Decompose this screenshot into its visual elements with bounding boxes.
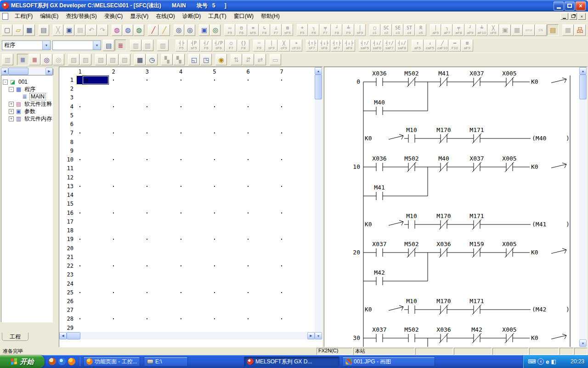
find-instruction-button[interactable]: ◍ — [123, 24, 133, 36]
verify-with-plc-button[interactable]: ▧ — [119, 54, 130, 65]
device-label-button[interactable]: ▥ — [130, 40, 141, 51]
quick-launch-app-icon[interactable] — [49, 358, 56, 365]
sfc-sorted-display-button[interactable]: ≣ — [29, 54, 40, 65]
menu-item-4[interactable]: 变换(C) — [101, 11, 127, 22]
sfc-key-c2-button[interactable]: SCc2 — [381, 24, 392, 36]
collapse-tray-icon[interactable]: ‹ — [537, 358, 544, 365]
ladder-key-saF5-button[interactable]: ┤↑/saF5 — [359, 40, 371, 52]
find-step-button[interactable]: ◎ — [41, 54, 52, 65]
print-button[interactable]: ▤ — [39, 24, 49, 36]
sfc-key-F6-button[interactable]: ⊟F6 — [236, 24, 247, 36]
open-block-window-button[interactable]: ◳ — [200, 54, 212, 65]
ladder-vertical-scrollbar[interactable]: ▲▼ — [579, 67, 587, 347]
ladder-key-cF10-button[interactable]: ∗cF10 — [290, 40, 302, 52]
sfc-key-c1-button[interactable]: ▢c1 — [369, 24, 380, 36]
menu-item-9[interactable]: 窗口(W) — [230, 11, 257, 22]
zoom-area-button[interactable]: ◎ — [185, 24, 195, 36]
ladder-key-caF10-button[interactable]: ╱caF10 — [436, 40, 448, 52]
scrollbar-thumb[interactable] — [315, 75, 322, 99]
expand-icon[interactable]: + — [9, 116, 14, 121]
menu-item-5[interactable]: 显示(V) — [126, 11, 152, 22]
step-no-display-button[interactable]: S⇅ — [535, 24, 547, 36]
all-block-display-button[interactable]: ▦ — [562, 24, 574, 36]
sfc-key-sF5-button[interactable]: ⊠sF5 — [282, 24, 293, 36]
ladder-zoom-panel[interactable]: 0X036M502M41X037X005K0M40K0M10M170M171(M… — [324, 67, 587, 347]
collapse-icon[interactable]: - — [9, 87, 14, 92]
sfc-key-aF7-button[interactable]: ┐aF7 — [441, 24, 452, 36]
ladder-key-F6-button[interactable]: ┤/F6 — [200, 40, 212, 52]
sfc-key-F7-button[interactable]: ╤F7 — [320, 24, 331, 36]
ladder-key-saF8-button[interactable]: ┤⇓/saF8 — [396, 40, 408, 52]
ladder-key-caF5-button[interactable]: ↓caF5 — [424, 40, 436, 52]
collapse-icon[interactable]: - — [3, 80, 8, 85]
open-zoom-window-button[interactable]: ◱ — [188, 54, 200, 65]
expand-icon[interactable]: + — [9, 102, 14, 107]
ladder-key-saF6-button[interactable]: ┤↓/saF6 — [371, 40, 383, 52]
display-screen-button[interactable]: ▭ — [270, 54, 281, 65]
scrollbar-thumb[interactable] — [8, 68, 28, 75]
save-project-button[interactable]: ▦ — [24, 24, 34, 36]
sfc-key-F6-button[interactable]: ┐F6 — [308, 24, 319, 36]
taskbar-button-3[interactable]: MELSOFT系列 GX D... — [244, 356, 339, 367]
zoom-in-button[interactable]: ◎ — [174, 24, 184, 36]
display-change-button[interactable]: ▣ — [199, 24, 209, 36]
menu-item-3[interactable]: 查找/替换(S) — [62, 11, 100, 22]
sfc-key-c5-button[interactable]: Rc5 — [415, 24, 426, 36]
minimize-button[interactable] — [554, 1, 564, 11]
scroll-down-arrow[interactable]: ▼ — [579, 339, 587, 347]
scrollbar-thumb[interactable] — [67, 332, 80, 339]
sfc-key-aF5-button[interactable]: │aF5 — [430, 24, 441, 36]
tree-item-MAIN[interactable]: ≣MAIN — [1, 93, 52, 100]
block-parameter-button[interactable]: ▦ — [134, 54, 146, 65]
firefox-icon[interactable] — [68, 358, 75, 365]
sfc-key-aF10-button[interactable]: ╧aF10 — [476, 24, 487, 36]
sfc-key-sF9-button[interactable]: │sF9 — [355, 24, 366, 36]
tree-item-软元件内存[interactable]: +▥软元件内存 — [1, 115, 52, 122]
taskbar-button-2[interactable]: E:\ — [144, 356, 188, 367]
forced-io-button[interactable]: ⇵ — [243, 54, 254, 65]
scroll-right-arrow[interactable]: ▶ — [307, 332, 315, 339]
sfc-key-aF8-button[interactable]: ╤aF8 — [453, 24, 464, 36]
menu-item-7[interactable]: 诊断(D) — [179, 11, 205, 22]
scroll-up-arrow[interactable]: ▲ — [315, 67, 322, 75]
find-device-button[interactable]: ◍ — [112, 24, 122, 36]
tab-project[interactable]: 工程 — [2, 333, 28, 341]
ladder-key-F5-button[interactable]: ┤├F5 — [175, 40, 187, 52]
block-list-display-button[interactable]: ▤ — [547, 24, 559, 36]
statement-display-button[interactable]: ▦ — [511, 24, 523, 36]
find-contact-coil-button[interactable]: ◍ — [134, 24, 144, 36]
ladder-key-F7-button[interactable]: ◯F7 — [225, 40, 237, 52]
scroll-up-arrow[interactable]: ▲ — [579, 67, 587, 75]
taskbar-button-4[interactable]: 001.JPG - 画图 — [342, 356, 435, 367]
volume-tray-icon[interactable]: ◧ — [551, 359, 556, 364]
sfc-key-F9-button[interactable]: ╧F9 — [343, 24, 354, 36]
read-from-plc-button[interactable]: ▧ — [107, 54, 119, 65]
new-project-button[interactable]: ▢ — [2, 24, 12, 36]
ladder-key-aF8-button[interactable]: ┤⇓├aF8 — [343, 40, 355, 52]
data-name-combo[interactable]: ▼ — [52, 40, 101, 50]
sfc-diagram-display-button[interactable]: 品 — [574, 24, 586, 36]
comment-display-button[interactable]: ▣ — [499, 24, 511, 36]
sfc-horizontal-scrollbar[interactable]: ◀▶ — [59, 332, 315, 339]
sfc-key-c4-button[interactable]: STc4 — [404, 24, 415, 36]
sfc-key-F8-button[interactable]: ┘F8 — [331, 24, 342, 36]
sfc-key-sF6-button[interactable]: ≡sF6 — [248, 24, 259, 36]
error-jump-button[interactable]: error — [523, 24, 535, 36]
data-type-combo[interactable]: 程序 ▼ — [2, 40, 51, 50]
sfc-tree-display-button[interactable]: ≣ — [115, 40, 126, 51]
write-mode-button[interactable]: ╱ — [148, 24, 158, 36]
scrollbar-thumb[interactable] — [579, 75, 587, 99]
ime-tray-icon[interactable]: e — [546, 359, 549, 365]
ladder-key-sF8-button[interactable]: ┤↓├sF8 — [318, 40, 330, 52]
menu-item-2[interactable]: 编辑(E) — [36, 11, 62, 22]
tree-horizontal-scrollbar[interactable]: ◀▶ — [1, 68, 53, 75]
sfc-vertical-scrollbar[interactable]: ▲▼ — [315, 67, 322, 339]
scroll-left-arrow[interactable]: ◀ — [59, 332, 67, 339]
menu-item-8[interactable]: 工具(T) — [204, 11, 230, 22]
sfc-key-aF9-button[interactable]: ┘aF9 — [465, 24, 476, 36]
device-comment-button[interactable]: ▥ — [2, 54, 13, 65]
menu-item-10[interactable]: 帮助(H) — [257, 11, 283, 22]
tree-item-程序[interactable]: -▦程序 — [1, 86, 52, 93]
ladder-key-F8-button[interactable]: {}F8 — [237, 40, 249, 52]
ladder-key-aF5-button[interactable]: ↑aF5 — [412, 40, 424, 52]
